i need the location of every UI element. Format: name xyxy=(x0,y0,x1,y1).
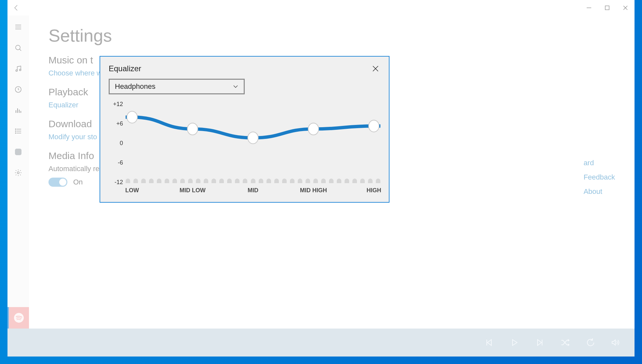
about-link[interactable]: About xyxy=(583,187,615,196)
baseline-dot xyxy=(306,179,310,183)
close-window-button[interactable] xyxy=(616,0,635,16)
eq-handle-mid[interactable] xyxy=(248,132,258,144)
page-title: Settings xyxy=(48,25,615,46)
eq-handle-mid-low[interactable] xyxy=(187,123,198,135)
close-icon[interactable] xyxy=(371,64,380,74)
baseline-dot xyxy=(266,179,271,183)
baseline-dot xyxy=(235,179,239,183)
back-button[interactable] xyxy=(7,0,26,16)
baseline-dot xyxy=(227,179,232,183)
baseline-dot xyxy=(290,179,294,183)
spotify-button[interactable] xyxy=(7,307,29,329)
baseline-dot xyxy=(165,179,169,183)
volume-button[interactable] xyxy=(610,337,622,348)
shuffle-button[interactable] xyxy=(560,337,571,348)
equalizer-modal: Equalizer Headphones +12+60-6-12 LOWMID … xyxy=(100,56,389,203)
media-info-toggle[interactable] xyxy=(48,178,67,187)
baseline-dot xyxy=(243,179,247,183)
baseline-dot xyxy=(149,179,154,183)
equalizer-chart: +12+60-6-12 LOWMID LOWMIDMID HIGHHIGH xyxy=(109,100,380,196)
eq-handle-low[interactable] xyxy=(127,111,137,123)
modal-title: Equalizer xyxy=(109,64,141,73)
search-icon[interactable] xyxy=(7,38,29,58)
baseline-dot xyxy=(368,179,373,183)
x-tick-label: HIGH xyxy=(366,187,381,194)
x-tick-label: LOW xyxy=(125,187,139,194)
baseline-dot xyxy=(251,179,255,183)
repeat-button[interactable] xyxy=(585,337,596,348)
baseline-dot xyxy=(180,179,185,183)
next-track-button[interactable] xyxy=(534,337,545,348)
baseline-dot xyxy=(329,179,334,183)
playlists-icon[interactable] xyxy=(7,121,29,141)
ard-link[interactable]: ard xyxy=(583,159,615,167)
previous-track-button[interactable] xyxy=(484,337,495,348)
baseline-dot xyxy=(172,179,177,183)
baseline-dot xyxy=(360,179,365,183)
baseline-dot xyxy=(282,179,287,183)
baseline-dot xyxy=(321,179,326,183)
baseline-dot xyxy=(141,179,146,183)
baseline-dot xyxy=(219,179,224,183)
baseline-dot xyxy=(345,179,349,183)
sidebar xyxy=(7,16,29,329)
y-tick-label: -12 xyxy=(109,179,123,186)
apps-icon[interactable] xyxy=(7,142,29,162)
y-tick-label: +12 xyxy=(109,101,123,108)
svg-point-10 xyxy=(20,69,21,71)
y-tick-label: +6 xyxy=(109,120,123,127)
preset-selected-label: Headphones xyxy=(115,82,156,91)
play-button[interactable] xyxy=(509,337,520,348)
baseline-dot xyxy=(133,179,138,183)
svg-point-7 xyxy=(16,45,20,50)
player-bar xyxy=(7,329,635,357)
y-tick-label: 0 xyxy=(109,140,123,147)
baseline-dot xyxy=(212,179,216,183)
svg-rect-22 xyxy=(15,149,21,155)
maximize-button[interactable] xyxy=(598,0,616,16)
eq-handle-high[interactable] xyxy=(369,120,379,132)
baseline-dot xyxy=(126,179,130,183)
svg-point-21 xyxy=(15,133,16,133)
svg-rect-1 xyxy=(605,6,609,10)
baseline-dot xyxy=(298,179,302,183)
baseline-dot xyxy=(274,179,279,183)
now-playing-bars-icon[interactable] xyxy=(7,100,29,120)
recent-icon[interactable] xyxy=(7,79,29,100)
svg-point-20 xyxy=(15,131,16,131)
baseline-dot xyxy=(188,179,193,183)
feedback-link[interactable]: Feedback xyxy=(583,173,615,182)
hamburger-icon[interactable] xyxy=(7,17,29,37)
titlebar xyxy=(7,0,635,16)
eq-handle-mid-high[interactable] xyxy=(308,123,319,135)
toggle-label: On xyxy=(73,178,83,186)
baseline-dot xyxy=(259,179,263,183)
music-note-icon[interactable] xyxy=(7,59,29,79)
svg-point-9 xyxy=(16,70,18,72)
baseline-dot xyxy=(376,179,380,183)
baseline-dot xyxy=(157,179,161,183)
settings-icon[interactable] xyxy=(7,163,29,183)
svg-point-23 xyxy=(17,172,19,174)
x-tick-label: MID HIGH xyxy=(300,187,327,194)
baseline-dot xyxy=(352,179,357,183)
svg-point-19 xyxy=(15,129,16,129)
baseline-dot xyxy=(337,179,341,183)
x-tick-label: MID xyxy=(248,187,258,194)
baseline-dot xyxy=(204,179,208,183)
minimize-button[interactable] xyxy=(580,0,598,16)
baseline-dot xyxy=(196,179,200,183)
chevron-down-icon xyxy=(233,84,239,89)
x-tick-label: MID LOW xyxy=(180,187,206,194)
preset-dropdown[interactable]: Headphones xyxy=(109,79,245,94)
y-tick-label: -6 xyxy=(109,159,123,166)
baseline-dot xyxy=(313,179,318,183)
svg-line-8 xyxy=(20,49,21,51)
